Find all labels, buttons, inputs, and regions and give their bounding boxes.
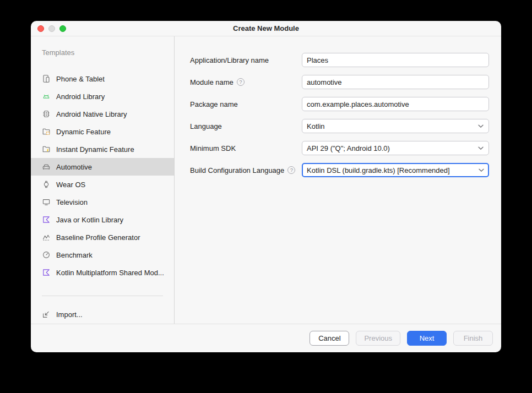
android-icon — [42, 92, 51, 101]
dynamic-feature-folder-icon — [42, 127, 51, 136]
package-name-input[interactable] — [302, 97, 489, 111]
field-label-wrap: Minimum SDK — [190, 144, 302, 152]
sidebar-item-label: Phone & Tablet — [56, 75, 105, 83]
sidebar-item-baseline-profile-generator[interactable]: Baseline Profile Generator — [31, 228, 174, 246]
sidebar-item-benchmark[interactable]: Benchmark — [31, 246, 174, 264]
desktop-background: { "window": { "title": "Create New Modul… — [0, 0, 532, 393]
sidebar-item-label: Android Library — [56, 92, 105, 101]
tv-icon — [42, 198, 51, 206]
sidebar-item-label: Java or Kotlin Library — [56, 216, 123, 224]
kotlin-icon — [42, 268, 51, 277]
sidebar-item-label: Dynamic Feature — [56, 128, 111, 136]
field-label-wrap: Package name — [190, 100, 302, 108]
sidebar-item-java-or-kotlin-library[interactable]: Java or Kotlin Library — [31, 211, 174, 228]
field-label: Build Configuration Language — [190, 166, 284, 174]
template-list: Phone & TabletAndroid LibraryAndroid Nat… — [31, 70, 174, 281]
form-row-package-name: Package name — [190, 97, 489, 111]
language-select[interactable]: Kotlin — [302, 119, 489, 133]
chevron-down-icon — [477, 124, 484, 128]
dialog-title: Create New Module — [31, 21, 501, 36]
kotlin-icon — [42, 215, 51, 224]
import-label: Import... — [56, 310, 83, 319]
chevron-down-icon — [478, 168, 485, 172]
sidebar-item-kotlin-multiplatform-shared-mod[interactable]: Kotlin Multiplatform Shared Mod... — [31, 264, 174, 281]
gauge-icon — [42, 250, 51, 259]
cancel-button[interactable]: Cancel — [310, 331, 349, 346]
minimize-window-button[interactable] — [48, 25, 55, 32]
field-label: Language — [190, 122, 222, 130]
sidebar-item-label: Television — [56, 198, 88, 206]
next-button[interactable]: Next — [407, 331, 447, 346]
application-library-name-input[interactable] — [302, 53, 489, 67]
field-label-wrap: Language — [190, 122, 302, 130]
car-icon — [42, 162, 51, 171]
module-name-input[interactable] — [302, 75, 489, 89]
create-new-module-dialog: Create New Module Templates Phone & Tabl… — [31, 21, 501, 352]
help-icon[interactable]: ? — [287, 166, 295, 174]
finish-button: Finish — [453, 331, 493, 346]
field-label: Package name — [190, 100, 238, 108]
sidebar-item-label: Wear OS — [56, 181, 85, 189]
field-label: Application/Library name — [190, 56, 269, 64]
close-window-button[interactable] — [37, 25, 44, 32]
selected-value: Kotlin DSL (build.gradle.kts) [Recommend… — [307, 166, 450, 174]
dialog-content: Templates Phone & TabletAndroid LibraryA… — [31, 36, 501, 324]
sidebar-item-label: Kotlin Multiplatform Shared Mod... — [56, 269, 164, 277]
field-label: Minimum SDK — [190, 144, 236, 152]
sidebar-item-android-library[interactable]: Android Library — [31, 88, 174, 105]
sidebar-item-label: Android Native Library — [56, 110, 127, 118]
sidebar-item-android-native-library[interactable]: Android Native Library — [31, 105, 174, 123]
sidebar-item-label: Baseline Profile Generator — [56, 233, 140, 242]
form-row-module-name: Module name? — [190, 75, 489, 89]
form-row-language: LanguageKotlin — [190, 119, 489, 133]
zoom-window-button[interactable] — [59, 25, 66, 32]
minimum-sdk-select[interactable]: API 29 ("Q"; Android 10.0) — [302, 141, 489, 155]
form-row-application-library-name: Application/Library name — [190, 53, 489, 67]
phone-tablet-icon — [42, 74, 51, 83]
sidebar-item-label: Automotive — [56, 163, 92, 171]
sidebar-item-wear-os[interactable]: Wear OS — [31, 176, 174, 193]
templates-sidebar: Templates Phone & TabletAndroid LibraryA… — [31, 36, 175, 324]
help-icon[interactable]: ? — [237, 78, 245, 86]
selected-value: API 29 ("Q"; Android 10.0) — [307, 144, 390, 152]
field-label-wrap: Module name? — [190, 78, 302, 86]
sidebar-item-label: Benchmark — [56, 251, 93, 259]
sidebar-header: Templates — [42, 48, 174, 57]
traffic-lights — [37, 25, 66, 32]
sidebar-item-dynamic-feature[interactable]: Dynamic Feature — [31, 123, 174, 140]
field-label: Module name — [190, 78, 234, 86]
sidebar-item-television[interactable]: Television — [31, 193, 174, 211]
dialog-footer: CancelPreviousNextFinish — [31, 324, 501, 352]
sidebar-divider — [42, 296, 163, 296]
chevron-down-icon — [477, 146, 484, 150]
field-label-wrap: Build Configuration Language? — [190, 166, 302, 174]
instant-feature-folder-icon — [42, 145, 51, 154]
title-bar[interactable]: Create New Module — [31, 21, 501, 36]
previous-button: Previous — [356, 331, 400, 346]
profile-chart-icon — [42, 233, 51, 242]
import-icon — [42, 310, 51, 319]
sidebar-item-automotive[interactable]: Automotive — [31, 158, 174, 176]
import-module-item[interactable]: Import... — [31, 305, 174, 323]
sidebar-item-phone-tablet[interactable]: Phone & Tablet — [31, 70, 174, 88]
chip-icon — [42, 110, 51, 118]
selected-value: Kotlin — [307, 122, 325, 130]
module-form: Application/Library nameModule name?Pack… — [175, 36, 501, 324]
form-row-minimum-sdk: Minimum SDKAPI 29 ("Q"; Android 10.0) — [190, 141, 489, 155]
sidebar-item-instant-dynamic-feature[interactable]: Instant Dynamic Feature — [31, 140, 174, 158]
sidebar-item-label: Instant Dynamic Feature — [56, 145, 134, 154]
form-row-build-configuration-language: Build Configuration Language?Kotlin DSL … — [190, 163, 489, 177]
field-label-wrap: Application/Library name — [190, 56, 302, 64]
build-configuration-language-select[interactable]: Kotlin DSL (build.gradle.kts) [Recommend… — [302, 163, 489, 177]
watch-icon — [42, 180, 51, 189]
